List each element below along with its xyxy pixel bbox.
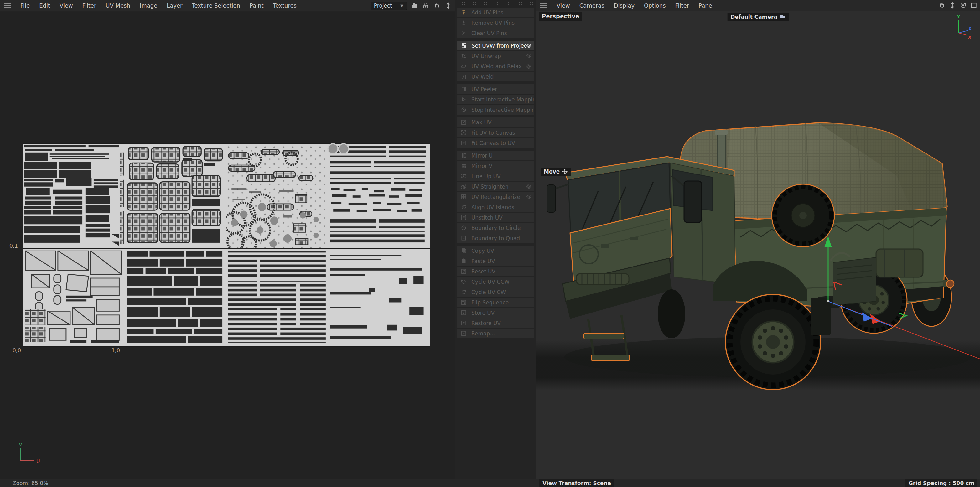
uv-label-0-1: 0,1 <box>10 243 18 249</box>
uv-menu-item-uv-weld[interactable]: UV Weld <box>457 72 534 81</box>
uv-menu-item-mirror-u[interactable]: Mirror U <box>457 151 534 160</box>
menu-item-label: Fit Canvas to UV <box>471 140 515 146</box>
view-menu-view[interactable]: View <box>552 0 575 11</box>
move-cross-icon <box>562 169 568 174</box>
active-tool-label: Move <box>541 167 571 176</box>
pin-remove-icon <box>460 19 467 26</box>
uv-menu-item-restore-uv[interactable]: Restore UV <box>457 318 534 328</box>
histogram-icon[interactable] <box>410 1 419 10</box>
uv-tile-6[interactable] <box>125 249 226 346</box>
uv-menu-item-boundary-to-circle[interactable]: Boundary to Circle <box>457 223 534 233</box>
uv-menu-item-paste-uv[interactable]: Paste UV <box>457 256 534 266</box>
project-dropdown[interactable]: Project ▼ <box>371 2 407 10</box>
uv-menu-item-cycle-uv-ccw[interactable]: Cycle UV CCW <box>457 277 534 286</box>
uv-menu-item-boundary-to-quad[interactable]: Boundary to Quad <box>457 233 534 243</box>
viewport-view-label: Perspective <box>539 11 582 21</box>
uv-menu-layer[interactable]: Layer <box>162 0 187 11</box>
uv-menu-item-uv-peeler[interactable]: UV Peeler <box>457 84 534 94</box>
lock-open-icon[interactable] <box>421 1 430 10</box>
uv-menu-edit[interactable]: Edit <box>35 0 55 11</box>
uv-tile-8[interactable] <box>328 249 430 346</box>
menu-item-label: Flip Sequence <box>471 299 509 306</box>
uv-menu-item-stop-interactive-mapping[interactable]: Stop Interactive Mapping <box>457 105 534 115</box>
uv-menu-item-unstitch-uv[interactable]: Unstitch UV <box>457 213 534 222</box>
straighten-icon <box>460 183 467 190</box>
gear-icon[interactable] <box>525 194 532 200</box>
uv-tile-1[interactable] <box>23 144 125 249</box>
gear-icon[interactable] <box>526 43 531 49</box>
uv-menu-item-store-uv[interactable]: Store UV <box>457 308 534 318</box>
uv-menu-item-set-uvw-from-projection[interactable]: Set UVW from Projection <box>457 41 534 51</box>
uv-tile-3[interactable] <box>226 144 328 249</box>
uv-menu-item-align-uv-islands[interactable]: Align UV Islands <box>457 202 534 212</box>
uv-menu-item-clear-uv-pins[interactable]: Clear UV Pins <box>457 28 534 38</box>
uv-menu-item-fit-uv-to-canvas[interactable]: Fit UV to Canvas <box>457 128 534 137</box>
dolly-icon[interactable] <box>948 1 957 10</box>
hand-icon[interactable] <box>433 1 441 10</box>
uv-menu-view[interactable]: View <box>55 0 78 11</box>
pin-add-icon <box>460 9 467 16</box>
uv-canvas[interactable]: 0,1 0,0 1,0 V U <box>0 11 455 479</box>
hamburger-menu-icon[interactable] <box>4 3 11 8</box>
uv-menu-textures[interactable]: Textures <box>269 0 301 11</box>
uv-menu-item-cycle-uv-cw[interactable]: Cycle UV CW <box>457 287 534 297</box>
perspective-viewport-panel: ViewCamerasDisplayOptionsFilterPanel <box>536 0 980 487</box>
pan-vertical-icon[interactable] <box>444 1 453 10</box>
mirror-u-icon <box>460 152 467 159</box>
max-uv-icon <box>460 119 467 126</box>
uv-menu-item-uv-rectangularize[interactable]: UV Rectangularize <box>457 192 534 202</box>
gear-icon[interactable] <box>525 63 532 70</box>
uv-menu-item-line-up-uv[interactable]: Line Up UV <box>457 171 534 181</box>
view-menu-panel[interactable]: Panel <box>694 0 719 11</box>
hamburger-menu-icon[interactable] <box>540 3 547 8</box>
gear-icon[interactable] <box>525 183 532 190</box>
uv-axis-indicator: V U <box>16 441 51 466</box>
uv-tile-5[interactable] <box>23 249 125 346</box>
uv-menu-paint[interactable]: Paint <box>245 0 269 11</box>
uv-tile-4[interactable] <box>328 144 430 249</box>
uv-menu-uv-mesh[interactable]: UV Mesh <box>101 0 135 11</box>
boundary-circle-icon <box>460 224 467 231</box>
view-menu-filter[interactable]: Filter <box>671 0 694 11</box>
orbit-icon[interactable] <box>959 1 967 10</box>
viewport-axis-gizmo: Y Z X <box>943 13 971 41</box>
uv-menu-item-reset-uv[interactable]: Reset UV <box>457 267 534 276</box>
menu-item-label: Store UV <box>471 310 495 316</box>
uv-menu-item-fit-canvas-to-uv[interactable]: Fit Canvas to UV <box>457 138 534 148</box>
uv-menu-item-mirror-v[interactable]: Mirror V <box>457 161 534 171</box>
menu-item-label: Unstitch UV <box>471 215 503 221</box>
uv-menu-texture-selection[interactable]: Texture Selection <box>187 0 245 11</box>
uv-tile-7[interactable] <box>226 249 328 346</box>
uv-menu-item-remap[interactable]: Remap... <box>457 328 534 338</box>
restore-icon <box>460 320 467 327</box>
view-menu-display[interactable]: Display <box>609 0 639 11</box>
panel-drag-handle[interactable] <box>457 2 534 5</box>
uv-menu-item-max-uv[interactable]: Max UV <box>457 118 534 127</box>
uv-menu-item-uv-weld-and-relax[interactable]: UV Weld and Relax <box>457 61 534 71</box>
project-dropdown-value: Project <box>374 3 392 9</box>
uv-menu-item-uv-unwrap[interactable]: UV Unwrap <box>457 51 534 61</box>
uv-editor-menubar: FileEditViewFilterUV MeshImageLayerTextu… <box>0 0 455 11</box>
menu-item-label: Align UV Islands <box>471 204 514 210</box>
uv-menu-item-remove-uv-pins[interactable]: Remove UV Pins <box>457 18 534 27</box>
gear-icon[interactable] <box>525 53 532 59</box>
hand-icon[interactable] <box>937 1 946 10</box>
menu-item-label: Clear UV Pins <box>471 30 507 36</box>
viewport-3d[interactable]: Y Z X Move <box>536 11 980 479</box>
menu-item-label: Fit UV to Canvas <box>471 130 515 136</box>
uv-menu-item-copy-uv[interactable]: Copy UV <box>457 246 534 256</box>
camera-label[interactable]: Default Camera <box>727 13 789 21</box>
uv-menu-file[interactable]: File <box>16 0 35 11</box>
uv-menu-item-uv-straighten[interactable]: UV Straighten <box>457 181 534 191</box>
menu-item-label: Boundary to Quad <box>471 235 520 242</box>
uv-menu-item-add-uv-pins[interactable]: Add UV Pins <box>457 8 534 17</box>
uv-menu-item-flip-sequence[interactable]: Flip Sequence <box>457 298 534 307</box>
uv-menu-item-start-interactive-mapping[interactable]: Start Interactive Mapping <box>457 95 534 104</box>
uv-menu-filter[interactable]: Filter <box>78 0 101 11</box>
rectangularize-icon <box>460 194 467 201</box>
view-menu-options[interactable]: Options <box>639 0 670 11</box>
view-menu-cameras[interactable]: Cameras <box>575 0 609 11</box>
uv-tile-2[interactable] <box>125 144 226 249</box>
layout-icon[interactable] <box>969 1 978 10</box>
uv-menu-image[interactable]: Image <box>135 0 162 11</box>
